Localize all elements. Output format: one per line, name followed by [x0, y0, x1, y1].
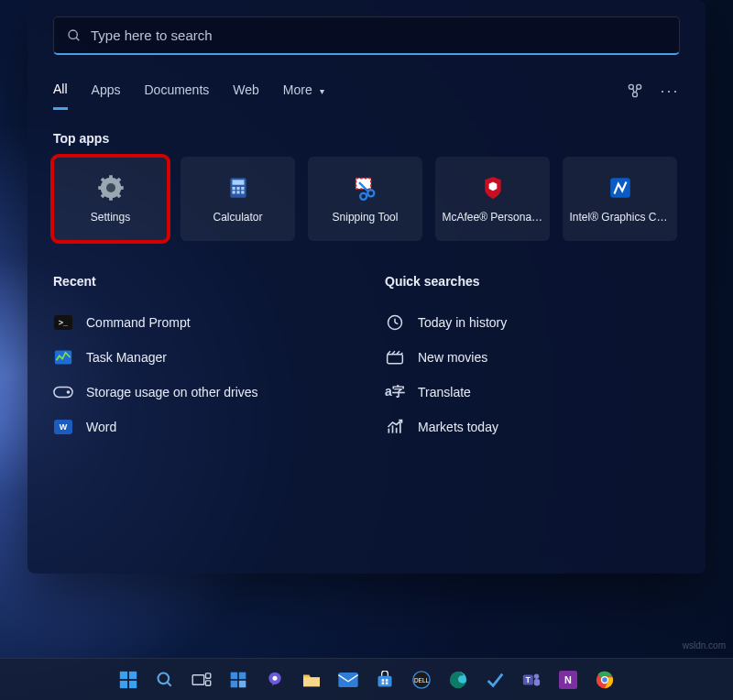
calculator-icon: [224, 174, 252, 202]
svg-rect-60: [386, 679, 388, 682]
onenote-icon[interactable]: N: [554, 666, 582, 694]
svg-rect-59: [382, 679, 385, 682]
recent-item-task-manager[interactable]: Task Manager: [53, 340, 348, 375]
tab-apps[interactable]: Apps: [92, 82, 121, 108]
svg-text:N: N: [564, 674, 572, 685]
top-apps-heading: Top apps: [53, 131, 680, 146]
tab-more-label: More: [283, 82, 312, 97]
todo-icon[interactable]: [481, 666, 509, 694]
svg-rect-36: [388, 355, 403, 364]
list-label: Today in history: [418, 315, 507, 330]
svg-point-4: [633, 93, 638, 97]
svg-point-68: [534, 673, 540, 679]
widgets-icon[interactable]: [224, 666, 252, 694]
app-label: Intel® Graphics Co...: [570, 211, 671, 224]
svg-point-74: [602, 677, 607, 683]
quick-item-markets-today[interactable]: Markets today: [385, 410, 680, 444]
drive-icon: [53, 382, 73, 402]
recent-heading: Recent: [53, 274, 348, 289]
gear-icon: [97, 174, 125, 202]
filter-tabs: All Apps Documents Web More ▾ ···: [53, 81, 680, 111]
search-input[interactable]: [91, 27, 666, 43]
explorer-icon[interactable]: [298, 666, 325, 694]
more-options-icon[interactable]: ···: [660, 81, 680, 101]
list-label: New movies: [418, 350, 487, 365]
svg-rect-62: [386, 682, 388, 684]
svg-point-0: [69, 30, 77, 38]
app-tile-calculator[interactable]: Calculator: [181, 157, 295, 241]
taskmgr-icon: [53, 347, 73, 367]
app-tile-intel-graphics[interactable]: Intel® Graphics Co...: [563, 157, 677, 241]
app-label: Settings: [91, 211, 130, 224]
list-label: Task Manager: [86, 350, 167, 365]
chat-icon[interactable]: [261, 666, 289, 694]
quick-item-new-movies[interactable]: New movies: [385, 340, 680, 375]
search-options-icon[interactable]: [625, 81, 645, 101]
list-label: Command Prompt: [86, 315, 191, 330]
tab-web[interactable]: Web: [233, 82, 259, 108]
svg-line-35: [395, 323, 398, 324]
svg-text:T: T: [526, 675, 531, 684]
svg-line-5: [633, 89, 635, 93]
svg-point-55: [273, 675, 278, 680]
intel-icon: [607, 174, 634, 202]
svg-rect-43: [120, 680, 127, 687]
svg-point-26: [367, 190, 374, 196]
mcafee-icon: [479, 174, 507, 202]
tab-documents[interactable]: Documents: [144, 82, 209, 108]
quick-item-today-in-history[interactable]: Today in history: [385, 305, 680, 340]
svg-rect-61: [382, 682, 385, 684]
teams-icon[interactable]: T: [518, 666, 545, 694]
svg-rect-51: [239, 672, 246, 679]
list-label: Storage usage on other drives: [86, 385, 258, 399]
app-tile-mcafee[interactable]: McAfee® Personal...: [435, 157, 550, 241]
svg-point-32: [67, 390, 71, 394]
quick-searches-column: Quick searches Today in history New movi…: [385, 274, 680, 444]
word-icon: W: [53, 417, 73, 437]
tab-all[interactable]: All: [53, 82, 68, 110]
store-icon[interactable]: [371, 666, 399, 694]
svg-rect-53: [239, 680, 246, 687]
svg-rect-58: [378, 675, 392, 686]
taskbar-search-icon[interactable]: [151, 666, 179, 694]
lower-columns: Recent >_ Command Prompt Task Manager St…: [53, 274, 680, 444]
recent-item-command-prompt[interactable]: >_ Command Prompt: [53, 305, 348, 340]
svg-rect-41: [120, 671, 127, 678]
list-label: Word: [86, 420, 116, 434]
mail-icon[interactable]: [334, 666, 362, 694]
dell-icon[interactable]: DELL: [408, 666, 435, 694]
svg-point-45: [159, 673, 170, 684]
quick-item-translate[interactable]: a字 Translate: [385, 375, 680, 410]
list-label: Translate: [418, 385, 471, 399]
chrome-icon[interactable]: [591, 666, 618, 694]
chart-icon: [385, 417, 405, 437]
app-label: Calculator: [213, 211, 262, 224]
taskview-icon[interactable]: [188, 666, 215, 694]
edge-icon[interactable]: [444, 666, 472, 694]
app-tile-snipping-tool[interactable]: Snipping Tool: [308, 157, 422, 241]
svg-point-8: [106, 183, 115, 192]
recent-item-storage-usage[interactable]: Storage usage on other drives: [53, 375, 348, 410]
svg-rect-23: [236, 191, 239, 193]
app-tile-settings[interactable]: Settings: [53, 157, 168, 241]
svg-rect-57: [338, 673, 357, 687]
recent-item-word[interactable]: W Word: [53, 410, 348, 444]
svg-rect-19: [232, 187, 235, 190]
svg-rect-18: [232, 180, 244, 184]
tab-more[interactable]: More ▾: [283, 82, 324, 108]
watermark: wsldn.com: [683, 640, 726, 651]
svg-point-27: [360, 193, 366, 200]
start-icon[interactable]: [115, 666, 142, 694]
svg-rect-42: [129, 671, 137, 678]
search-box[interactable]: [53, 16, 680, 55]
svg-rect-50: [231, 672, 237, 679]
search-icon: [67, 28, 82, 43]
svg-line-14: [117, 195, 120, 198]
clock-icon: [385, 312, 405, 333]
svg-rect-44: [129, 680, 137, 687]
svg-rect-22: [232, 191, 235, 193]
svg-line-15: [117, 179, 120, 181]
taskbar: DELL T N: [0, 658, 733, 700]
svg-rect-69: [534, 679, 540, 685]
svg-rect-49: [205, 680, 210, 684]
